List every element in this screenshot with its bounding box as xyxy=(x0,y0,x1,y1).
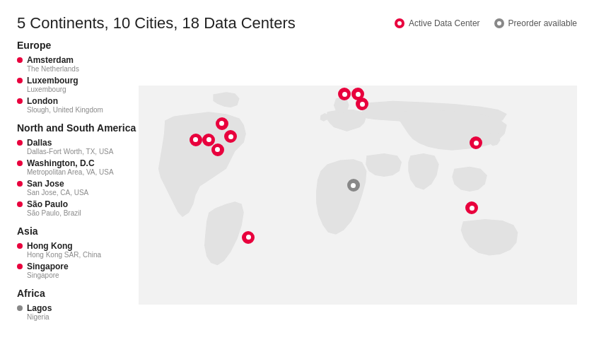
legend: Active Data Center Preorder available xyxy=(395,18,577,28)
pin-dot-preorder xyxy=(347,179,360,192)
city-name: Dallas xyxy=(27,138,113,148)
city-sub: Metropolitan Area, VA, USA xyxy=(27,168,114,176)
city-info: San JoseSan Jose, CA, USA xyxy=(27,179,88,196)
city-sub: Slough, United Kingdom xyxy=(27,106,103,114)
city-item: São PauloSão Paulo, Brazil xyxy=(17,199,173,217)
map-pin-london xyxy=(338,88,351,100)
city-name: Washington, D.C xyxy=(27,158,114,168)
map-container xyxy=(139,33,577,358)
city-name: San Jose xyxy=(27,179,88,189)
map-pin-sanjose-3 xyxy=(216,117,228,130)
header: 5 Continents, 10 Cities, 18 Data Centers… xyxy=(17,14,577,33)
region-section: AsiaHong KongHong Kong SAR, ChinaSingapo… xyxy=(17,225,173,279)
preorder-label: Preorder available xyxy=(508,18,577,28)
city-item: SingaporeSingapore xyxy=(17,262,173,279)
map-pin-sanjose-2 xyxy=(202,134,215,146)
city-sub: São Paulo, Brazil xyxy=(27,209,81,217)
pin-dot-active xyxy=(190,134,202,146)
pin-dot-active xyxy=(338,88,351,100)
page-title: 5 Continents, 10 Cities, 18 Data Centers xyxy=(17,14,296,33)
city-sub: Dallas-Fort Worth, TX, USA xyxy=(27,148,113,155)
region-title: Africa xyxy=(17,288,173,299)
page: 5 Continents, 10 Cities, 18 Data Centers… xyxy=(0,0,594,364)
city-info: AmsterdamThe Netherlands xyxy=(27,55,79,73)
pin-dot-active xyxy=(465,201,478,214)
region-title: North and South America xyxy=(17,122,173,134)
region-section: North and South AmericaDallasDallas-Fort… xyxy=(17,122,173,217)
city-dot-active xyxy=(17,78,23,83)
active-dot-icon xyxy=(395,18,404,28)
active-label: Active Data Center xyxy=(409,18,480,28)
content: EuropeAmsterdamThe NetherlandsLuxembourg… xyxy=(17,40,577,329)
city-item: Washington, D.CMetropolitan Area, VA, US… xyxy=(17,158,173,176)
region-title: Europe xyxy=(17,40,173,51)
city-info: Hong KongHong Kong SAR, China xyxy=(27,241,101,259)
city-sub: San Jose, CA, USA xyxy=(27,189,88,196)
city-name: London xyxy=(27,96,103,106)
city-info: SingaporeSingapore xyxy=(27,262,69,279)
city-sub: Luxembourg xyxy=(27,86,78,93)
map-pin-washington xyxy=(224,130,237,143)
city-name: Singapore xyxy=(27,262,69,271)
city-dot-preorder xyxy=(17,305,23,311)
city-info: Washington, D.CMetropolitan Area, VA, US… xyxy=(27,158,114,176)
world-map-svg xyxy=(139,33,577,358)
city-info: São PauloSão Paulo, Brazil xyxy=(27,199,81,217)
city-name: Hong Kong xyxy=(27,241,101,251)
pin-dot-active xyxy=(224,130,237,143)
map-pin-lagos xyxy=(347,179,360,192)
map-pin-hongkong xyxy=(470,136,482,149)
pin-dot-active xyxy=(216,117,228,130)
city-item: Hong KongHong Kong SAR, China xyxy=(17,241,173,259)
legend-preorder: Preorder available xyxy=(494,18,577,28)
pin-dot-active xyxy=(470,136,482,149)
legend-active: Active Data Center xyxy=(395,18,480,28)
city-name: São Paulo xyxy=(27,199,81,209)
sidebar: EuropeAmsterdamThe NetherlandsLuxembourg… xyxy=(17,40,173,329)
city-sub: Nigeria xyxy=(27,313,52,321)
city-dot-active xyxy=(17,160,23,166)
region-title: Asia xyxy=(17,225,173,237)
city-dot-active xyxy=(17,98,23,104)
city-item: San JoseSan Jose, CA, USA xyxy=(17,179,173,196)
city-info: LagosNigeria xyxy=(27,303,52,321)
city-item: LondonSlough, United Kingdom xyxy=(17,96,173,114)
city-sub: Singapore xyxy=(27,271,69,279)
map-pin-saopaulo xyxy=(242,231,255,244)
city-name: Amsterdam xyxy=(27,55,79,65)
pin-dot-active xyxy=(202,134,215,146)
city-dot-active xyxy=(17,264,23,269)
city-item: LagosNigeria xyxy=(17,303,173,321)
map-pin-luxembourg xyxy=(356,98,368,110)
city-item: LuxembourgLuxembourg xyxy=(17,76,173,93)
city-dot-active xyxy=(17,57,23,63)
city-dot-active xyxy=(17,140,23,146)
city-item: DallasDallas-Fort Worth, TX, USA xyxy=(17,138,173,155)
city-name: Luxembourg xyxy=(27,76,78,86)
city-sub: Hong Kong SAR, China xyxy=(27,251,101,259)
region-section: AfricaLagosNigeria xyxy=(17,288,173,321)
city-info: LondonSlough, United Kingdom xyxy=(27,96,103,114)
city-sub: The Netherlands xyxy=(27,65,79,73)
map-pin-sanjose-1 xyxy=(190,134,202,146)
preorder-dot-icon xyxy=(494,18,504,28)
city-item: AmsterdamThe Netherlands xyxy=(17,55,173,73)
city-info: DallasDallas-Fort Worth, TX, USA xyxy=(27,138,113,155)
region-section: EuropeAmsterdamThe NetherlandsLuxembourg… xyxy=(17,40,173,114)
city-name: Lagos xyxy=(27,303,52,313)
pin-dot-active xyxy=(356,98,368,110)
city-dot-active xyxy=(17,201,23,207)
city-dot-active xyxy=(17,181,23,187)
pin-dot-active xyxy=(242,231,255,244)
city-dot-active xyxy=(17,243,23,249)
map-pin-singapore xyxy=(465,201,478,214)
city-info: LuxembourgLuxembourg xyxy=(27,76,78,93)
